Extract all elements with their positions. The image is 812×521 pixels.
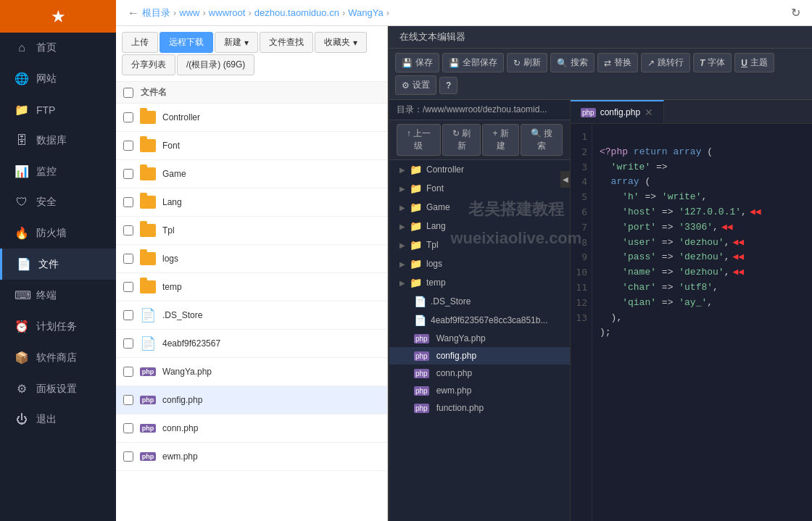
list-item[interactable]: 📄 .DS_Store bbox=[116, 301, 387, 330]
list-item[interactable]: php WangYa.php bbox=[116, 358, 387, 386]
breadcrumb-root[interactable]: 根目录 bbox=[142, 7, 170, 20]
sidebar-item-crontab[interactable]: ⏰ 计划任务 bbox=[0, 311, 116, 342]
tree-refresh-button[interactable]: ↻ 刷新 bbox=[442, 124, 481, 156]
breadcrumb-domain[interactable]: dezhou.taomiduo.cn bbox=[254, 7, 339, 18]
list-item[interactable]: logs bbox=[116, 245, 387, 273]
tree-item-controller[interactable]: ▶ 📁 Controller bbox=[389, 160, 570, 179]
file-checkbox[interactable] bbox=[123, 112, 133, 122]
list-item[interactable]: Controller bbox=[116, 104, 387, 132]
list-item[interactable]: php config.php bbox=[116, 386, 387, 414]
save-all-button[interactable]: 💾 全部保存 bbox=[442, 53, 504, 72]
sidebar-item-security[interactable]: 🛡 安全 bbox=[0, 187, 116, 217]
file-checkbox[interactable] bbox=[123, 254, 133, 264]
file-checkbox[interactable] bbox=[123, 367, 133, 377]
file-checkbox[interactable] bbox=[123, 169, 133, 179]
file-checkbox[interactable] bbox=[123, 395, 133, 405]
refresh-button[interactable]: ↻ bbox=[791, 6, 800, 20]
file-checkbox[interactable] bbox=[123, 451, 133, 462]
list-item[interactable]: temp bbox=[116, 273, 387, 301]
save-all-label: 全部保存 bbox=[463, 57, 497, 69]
save-button[interactable]: 💾 保存 bbox=[395, 53, 439, 72]
sidebar-item-ftp[interactable]: 📁 FTP bbox=[0, 94, 116, 125]
back-button[interactable]: ← bbox=[128, 7, 139, 20]
favorites-button[interactable]: 收藏夹 ▾ bbox=[315, 32, 367, 53]
tree-item-ewm[interactable]: php ewm.php bbox=[389, 382, 570, 399]
tree-item-ds[interactable]: 📄 .DS_Store bbox=[389, 292, 570, 311]
tree-php-icon: php bbox=[414, 404, 429, 413]
storage-button[interactable]: /(根目录) (69G) bbox=[177, 54, 254, 75]
replace-button[interactable]: ⇄ 替换 bbox=[597, 53, 638, 72]
file-area: 上传 远程下载 新建 ▾ 文件查找 收藏夹 ▾ 分享列表 /(根目录) (69G… bbox=[116, 26, 812, 521]
breadcrumb-www[interactable]: www bbox=[179, 7, 199, 18]
file-checkbox[interactable] bbox=[123, 310, 133, 320]
sidebar-item-terminal[interactable]: ⌨ 终端 bbox=[0, 280, 116, 311]
list-item[interactable]: Tpl bbox=[116, 217, 387, 245]
font-button[interactable]: T 字体 bbox=[693, 53, 732, 72]
file-checkbox[interactable] bbox=[123, 225, 133, 236]
tree-up-button[interactable]: ↑ 上一级 bbox=[397, 124, 441, 156]
theme-button[interactable]: U 主题 bbox=[734, 53, 774, 72]
list-item[interactable]: 📄 4eabf9f623567 bbox=[116, 330, 387, 358]
refresh-button[interactable]: ↻ 刷新 bbox=[507, 53, 547, 72]
tree-php-icon: php bbox=[414, 369, 429, 378]
upload-button[interactable]: 上传 bbox=[122, 32, 158, 53]
tree-item-lang[interactable]: ▶ 📁 Lang bbox=[389, 217, 570, 236]
sidebar-item-softstore[interactable]: 📦 软件商店 bbox=[0, 342, 116, 373]
share-list-button[interactable]: 分享列表 bbox=[122, 54, 175, 75]
tree-php-icon: php bbox=[414, 334, 429, 343]
sidebar-item-firewall[interactable]: 🔥 防火墙 bbox=[0, 217, 116, 249]
search-button[interactable]: 🔍 搜索 bbox=[550, 53, 594, 72]
sidebar-item-website[interactable]: 🌐 网站 bbox=[0, 63, 116, 94]
list-item[interactable]: Game bbox=[116, 160, 387, 188]
goto-line-button[interactable]: ↗ 跳转行 bbox=[641, 53, 690, 72]
file-checkbox[interactable] bbox=[123, 423, 133, 433]
list-item[interactable]: php ewm.php bbox=[116, 443, 387, 471]
tree-item-wangya[interactable]: php WangYa.php bbox=[389, 330, 570, 347]
select-all-checkbox[interactable] bbox=[123, 88, 133, 98]
sidebar-item-logout[interactable]: ⏻ 退出 bbox=[0, 404, 116, 435]
code-content[interactable]: <?php return array ( 'write' => array ( … bbox=[592, 124, 812, 521]
tree-item-label: Game bbox=[426, 202, 450, 212]
tree-item-temp[interactable]: ▶ 📁 temp bbox=[389, 273, 570, 292]
line-numbers: 12345 678910 111213 bbox=[571, 124, 592, 521]
list-item[interactable]: php conn.php bbox=[116, 414, 387, 443]
list-item[interactable]: Lang bbox=[116, 188, 387, 217]
settings-icon: ⚙ bbox=[402, 80, 410, 91]
breadcrumb-wangya[interactable]: WangYa bbox=[348, 7, 383, 18]
tree-item-4eab[interactable]: 📄 4eabf9f623567e8cc3ca851b... bbox=[389, 311, 570, 330]
tab-close-button[interactable]: ✕ bbox=[645, 107, 653, 118]
help-button[interactable]: ? bbox=[439, 77, 457, 94]
new-button[interactable]: 新建 ▾ bbox=[215, 32, 258, 53]
sidebar-item-files[interactable]: 📄 文件 bbox=[0, 249, 116, 280]
tree-item-tpl[interactable]: ▶ 📁 Tpl bbox=[389, 236, 570, 254]
tree-search-button[interactable]: 🔍 搜索 bbox=[521, 124, 563, 156]
sidebar-item-database[interactable]: 🗄 数据库 bbox=[0, 125, 116, 156]
file-name: logs bbox=[162, 254, 178, 264]
code-tab-config[interactable]: php config.php ✕ bbox=[571, 100, 664, 123]
tree-item-config[interactable]: php config.php bbox=[389, 347, 570, 364]
tree-item-font[interactable]: ▶ 📁 Font bbox=[389, 179, 570, 198]
tree-item-function[interactable]: php function.php bbox=[389, 399, 570, 417]
tree-item-game[interactable]: ▶ 📁 Game bbox=[389, 198, 570, 217]
list-item[interactable]: Font bbox=[116, 132, 387, 160]
file-checkbox[interactable] bbox=[123, 141, 133, 151]
tree-collapse-button[interactable]: ◀ bbox=[560, 171, 571, 188]
tree-new-button[interactable]: + 新建 bbox=[482, 124, 519, 156]
collapse-arrow: ▶ bbox=[399, 185, 405, 193]
remote-download-button[interactable]: 远程下载 bbox=[160, 32, 213, 53]
breadcrumb-wwwroot[interactable]: wwwroot bbox=[209, 7, 246, 18]
sidebar-item-panelsettings[interactable]: ⚙ 面板设置 bbox=[0, 373, 116, 404]
file-checkbox[interactable] bbox=[123, 282, 133, 292]
settings-button[interactable]: ⚙ 设置 bbox=[395, 75, 436, 95]
file-name: Tpl bbox=[162, 225, 175, 236]
sidebar-item-home[interactable]: ⌂ 首页 bbox=[0, 33, 116, 63]
folder-icon bbox=[139, 222, 157, 239]
code-editor[interactable]: 12345 678910 111213 <?php return array (… bbox=[571, 124, 812, 521]
file-checkbox[interactable] bbox=[123, 338, 133, 349]
find-file-button[interactable]: 文件查找 bbox=[260, 32, 313, 53]
tree-item-logs[interactable]: ▶ 📁 logs bbox=[389, 254, 570, 273]
tree-item-conn[interactable]: php conn.php bbox=[389, 364, 570, 382]
file-checkbox[interactable] bbox=[123, 197, 133, 207]
sidebar-item-monitor[interactable]: 📊 监控 bbox=[0, 156, 116, 187]
tree-php-icon: php bbox=[414, 386, 429, 396]
